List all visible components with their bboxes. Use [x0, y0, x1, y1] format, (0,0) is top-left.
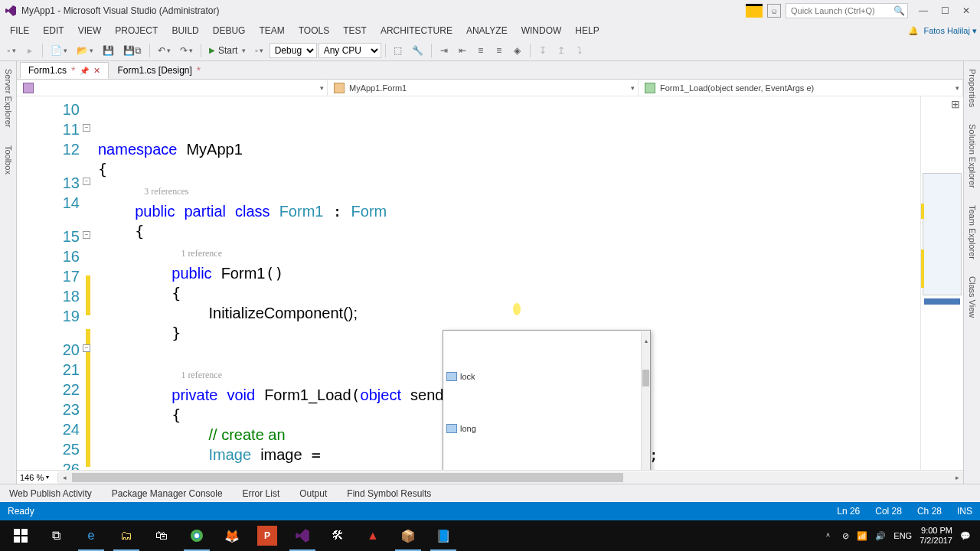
taskbar-explorer[interactable]: 🗂: [109, 520, 144, 551]
save-all-button[interactable]: 💾⧉: [119, 42, 145, 59]
code-text[interactable]: namespace MyApp1 { 3 references public p…: [90, 96, 920, 470]
tooltab-error-list[interactable]: Error List: [240, 486, 283, 501]
wifi-icon[interactable]: 📶: [857, 531, 867, 541]
tbtn-9[interactable]: ↥: [553, 42, 570, 59]
rail-server-explorer[interactable]: Server Explorer: [2, 64, 15, 132]
start-menu-button[interactable]: [3, 520, 38, 551]
open-button[interactable]: 📂▾: [73, 42, 97, 59]
fold-toggle[interactable]: −: [83, 124, 90, 132]
tab-form1-design[interactable]: Form1.cs [Design]*: [109, 62, 209, 79]
tooltab-web-publish[interactable]: Web Publish Activity: [6, 486, 95, 501]
intellisense-item[interactable]: lock: [443, 370, 650, 383]
tbtn-5[interactable]: ≡: [472, 42, 489, 59]
feedback-icon[interactable]: ☺: [767, 4, 781, 18]
taskbar-edge[interactable]: e: [74, 520, 109, 551]
menu-analyze[interactable]: ANALYZE: [459, 23, 514, 38]
nav-member-dropdown[interactable]: Form1_Load(object sender, EventArgs e)▾: [639, 80, 963, 96]
menu-architecture[interactable]: ARCHITECTURE: [374, 23, 459, 38]
menu-build[interactable]: BUILD: [165, 23, 205, 38]
tooltab-pm-console[interactable]: Package Manager Console: [109, 486, 226, 501]
fold-toggle[interactable]: −: [83, 178, 90, 185]
tooltab-find-symbol[interactable]: Find Symbol Results: [344, 486, 434, 501]
nav-back-button[interactable]: ◦▾: [3, 42, 20, 59]
tbtn-2[interactable]: 🔧: [408, 42, 427, 59]
minimap-viewport[interactable]: [923, 173, 962, 295]
rail-properties[interactable]: Properties: [966, 64, 978, 112]
fold-toggle[interactable]: −: [83, 231, 90, 239]
fold-toggle[interactable]: −: [83, 344, 90, 352]
maximize-button[interactable]: ☐: [934, 3, 956, 18]
menu-test[interactable]: TEST: [336, 23, 374, 38]
minimize-button[interactable]: —: [913, 3, 934, 18]
intellisense-scrollbar[interactable]: ▴▾: [641, 331, 650, 470]
rail-toolbox[interactable]: Toolbox: [2, 141, 15, 179]
nav-project-dropdown[interactable]: Form1.cs▾: [17, 80, 328, 96]
start-debug-button[interactable]: ▶Start ▾: [205, 42, 250, 59]
close-button[interactable]: ✕: [956, 3, 977, 18]
taskbar-store[interactable]: 🛍: [144, 520, 179, 551]
tray-lang[interactable]: ENG: [893, 531, 912, 540]
taskbar-app-3[interactable]: 📘: [426, 520, 461, 551]
redo-button[interactable]: ↷▾: [176, 42, 197, 59]
menu-edit[interactable]: EDIT: [36, 23, 70, 38]
minimap[interactable]: ⊞: [920, 96, 963, 470]
quick-launch-input[interactable]: [791, 6, 897, 15]
menu-tools[interactable]: TOOLS: [292, 23, 336, 38]
tbtn-7[interactable]: ◈: [509, 42, 526, 59]
taskbar-acrobat[interactable]: ▲: [355, 520, 390, 551]
pin-icon[interactable]: 📌: [80, 67, 89, 75]
tray-icon[interactable]: ⊘: [842, 531, 849, 541]
tbtn-4[interactable]: ⇤: [454, 42, 471, 59]
code-editor[interactable]: 10 11− 12 13− 14 15− 16 17 18 19 20− 21 …: [17, 96, 963, 470]
rail-team-explorer[interactable]: Team Explorer: [966, 201, 978, 264]
taskbar-app-2[interactable]: 📦: [390, 520, 426, 551]
menu-team[interactable]: TEAM: [252, 23, 291, 38]
volume-icon[interactable]: 🔊: [875, 531, 886, 541]
new-project-button[interactable]: 📄▾: [47, 42, 71, 59]
menu-view[interactable]: VIEW: [71, 23, 109, 38]
undo-button[interactable]: ↶▾: [154, 42, 175, 59]
dirty-icon: *: [71, 68, 75, 73]
tbtn-3[interactable]: ⇥: [436, 42, 452, 59]
taskbar-visualstudio[interactable]: [285, 520, 320, 551]
close-icon[interactable]: ✕: [93, 66, 100, 76]
menu-file[interactable]: FILE: [3, 23, 36, 38]
platform-select[interactable]: Any CPU: [318, 43, 381, 58]
tbtn-8[interactable]: ↧: [534, 42, 551, 59]
menu-project[interactable]: PROJECT: [108, 23, 165, 38]
system-tray[interactable]: ＾ ⊘ 📶 🔊 ENG 9:00 PM 7/2/2017 💬: [815, 526, 977, 546]
taskview-button[interactable]: ⧉: [38, 520, 74, 551]
menu-window[interactable]: WINDOW: [514, 23, 569, 38]
taskbar-chrome[interactable]: [179, 520, 214, 551]
tbtn-1[interactable]: ⬚: [390, 42, 407, 59]
notification-flag-icon[interactable]: [746, 4, 763, 18]
config-select[interactable]: Debug: [270, 43, 317, 58]
intellisense-item[interactable]: long: [443, 422, 650, 435]
quick-launch[interactable]: 🔍: [786, 3, 908, 18]
save-button[interactable]: 💾: [99, 42, 118, 59]
taskbar-app-1[interactable]: 🛠: [320, 520, 355, 551]
nav-class-dropdown[interactable]: MyApp1.Form1▾: [328, 80, 639, 96]
tray-clock[interactable]: 9:00 PM 7/2/2017: [920, 526, 952, 546]
hscroll-thumb[interactable]: [72, 473, 623, 482]
tooltab-output[interactable]: Output: [296, 486, 330, 501]
zoom-level[interactable]: 146 % ▾: [17, 473, 58, 482]
taskbar-powerpoint[interactable]: P: [257, 526, 277, 546]
nav-fwd-button[interactable]: ▸: [21, 42, 38, 59]
tbtn-10[interactable]: ⤵: [571, 42, 588, 59]
action-center-icon[interactable]: 💬: [960, 531, 971, 541]
menu-debug[interactable]: DEBUG: [206, 23, 253, 38]
split-icon[interactable]: ⊞: [951, 98, 960, 110]
horizontal-scrollbar[interactable]: ◂ ▸: [58, 471, 963, 484]
tab-form1-cs[interactable]: Form1.cs* 📌 ✕: [20, 62, 109, 79]
browser-target-button[interactable]: ◦▾: [251, 42, 268, 59]
signin-user[interactable]: 🔔Fatos Halilaj ▾: [908, 26, 977, 36]
taskbar-firefox[interactable]: 🦊: [214, 520, 250, 551]
tray-overflow-icon[interactable]: ＾: [821, 530, 835, 542]
menu-help[interactable]: HELP: [568, 23, 606, 38]
intellisense-popup[interactable]: lock long Lookup<> LookupBindingProperti…: [443, 330, 651, 470]
rail-class-view[interactable]: Class View: [966, 272, 978, 322]
scroll-thumb[interactable]: [642, 370, 649, 386]
rail-solution-explorer[interactable]: Solution Explorer: [966, 119, 978, 193]
tbtn-6[interactable]: ≡: [491, 42, 508, 59]
